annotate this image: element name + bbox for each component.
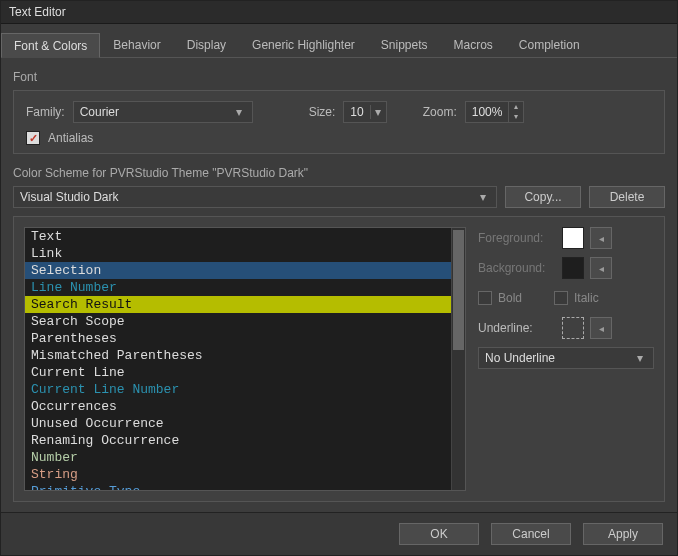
list-item[interactable]: Search Scope [25,313,451,330]
apply-button[interactable]: Apply [583,523,663,545]
tab-behavior[interactable]: Behavior [100,32,173,57]
options-window: Text Editor Font & ColorsBehaviorDisplay… [0,0,678,556]
list-item[interactable]: String [25,466,451,483]
tab-display[interactable]: Display [174,32,239,57]
list-item[interactable]: Selection [25,262,451,279]
tab-generic-highlighter[interactable]: Generic Highlighter [239,32,368,57]
scheme-combo[interactable]: Visual Studio Dark ▾ [13,186,497,208]
tab-completion[interactable]: Completion [506,32,593,57]
scrollbar[interactable] [451,228,465,490]
font-colors-pane: Font Family: Courier ▾ Size: 10 ▾ Zoom: … [1,58,677,512]
list-item[interactable]: Number [25,449,451,466]
color-list[interactable]: TextLinkSelectionLine NumberSearch Resul… [24,227,466,491]
scheme-value: Visual Studio Dark [20,190,119,204]
underline-combo[interactable]: No Underline ▾ [478,347,654,369]
list-item[interactable]: Unused Occurrence [25,415,451,432]
chevron-down-icon: ▾ [370,105,386,119]
family-combo[interactable]: Courier ▾ [73,101,253,123]
list-item[interactable]: Primitive Type [25,483,451,490]
chevron-down-icon: ▾ [476,190,490,204]
background-label: Background: [478,261,556,275]
background-swatch[interactable] [562,257,584,279]
size-spinner[interactable]: 10 ▾ [343,101,386,123]
foreground-swatch[interactable] [562,227,584,249]
foreground-label: Foreground: [478,231,556,245]
list-item[interactable]: Mismatched Parentheses [25,347,451,364]
family-value: Courier [80,105,119,119]
scrollbar-thumb[interactable] [453,230,464,350]
zoom-label: Zoom: [423,105,457,119]
bold-label: Bold [498,291,522,305]
list-item[interactable]: Renaming Occurrence [25,432,451,449]
underline-label: Underline: [478,321,556,335]
antialias-checkbox[interactable]: ✓ [26,131,40,145]
reset-underline-button[interactable]: ◂ [590,317,612,339]
italic-label: Italic [574,291,599,305]
antialias-label: Antialias [48,131,93,145]
list-item[interactable]: Occurrences [25,398,451,415]
underline-swatch[interactable] [562,317,584,339]
list-item[interactable]: Current Line Number [25,381,451,398]
italic-checkbox[interactable] [554,291,568,305]
tab-snippets[interactable]: Snippets [368,32,441,57]
spin-down-icon[interactable]: ▾ [509,112,523,122]
list-item[interactable]: Link [25,245,451,262]
cancel-button[interactable]: Cancel [491,523,571,545]
list-item[interactable]: Search Result [25,296,451,313]
list-item[interactable]: Parentheses [25,330,451,347]
size-label: Size: [309,105,336,119]
list-item[interactable]: Text [25,228,451,245]
zoom-value: 100% [466,105,509,119]
window-title: Text Editor [1,1,677,24]
family-label: Family: [26,105,65,119]
style-side-panel: Foreground: ◂ Background: ◂ Bold Italic [478,227,654,491]
tab-bar: Font & ColorsBehaviorDisplayGeneric High… [1,32,677,58]
font-group: Family: Courier ▾ Size: 10 ▾ Zoom: 100% … [13,90,665,154]
bold-checkbox[interactable] [478,291,492,305]
list-item[interactable]: Line Number [25,279,451,296]
tab-font-colors[interactable]: Font & Colors [1,33,100,58]
copy-button[interactable]: Copy... [505,186,581,208]
ok-button[interactable]: OK [399,523,479,545]
font-section-label: Font [13,70,665,84]
chevron-down-icon: ▾ [633,351,647,365]
dialog-footer: OK Cancel Apply [1,512,677,555]
reset-background-button[interactable]: ◂ [590,257,612,279]
list-item[interactable]: Current Line [25,364,451,381]
zoom-spinner[interactable]: 100% ▴ ▾ [465,101,525,123]
scheme-label: Color Scheme for PVRStudio Theme "PVRStu… [13,166,665,180]
spin-up-icon[interactable]: ▴ [509,102,523,112]
size-value: 10 [344,105,369,119]
tab-macros[interactable]: Macros [441,32,506,57]
chevron-down-icon: ▾ [232,105,246,119]
delete-button[interactable]: Delete [589,186,665,208]
reset-foreground-button[interactable]: ◂ [590,227,612,249]
underline-combo-value: No Underline [485,351,555,365]
